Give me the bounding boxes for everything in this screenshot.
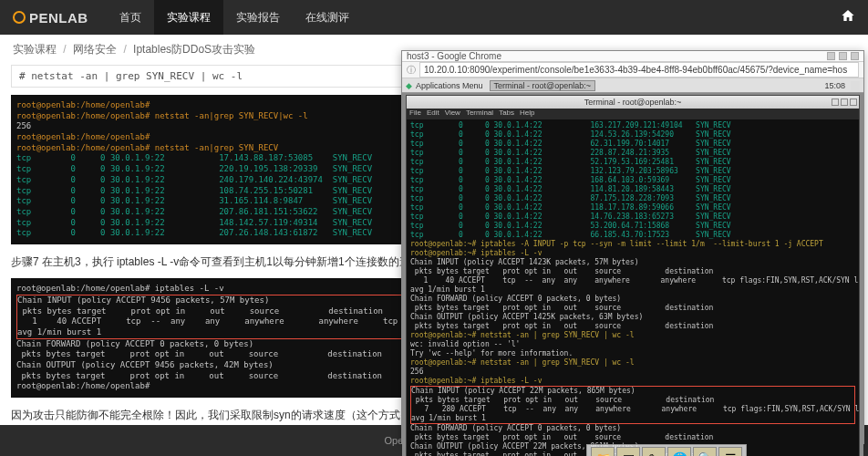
maximize-icon[interactable] [839,52,847,60]
breadcrumb-courses[interactable]: 实验课程 [13,43,57,56]
xfce-dock: 📁 ▣ ✎ 🌐 🔍 ☰ [586,444,747,456]
terminal-menubar: File Edit View Terminal Tabs Help [407,109,859,119]
chrome-window-title: host3 - Google Chrome [407,51,501,61]
editor-icon[interactable]: ✎ [642,447,666,456]
nav-item-reports[interactable]: 实验报告 [223,0,293,35]
logo[interactable]: PENLAB [13,10,88,26]
insecure-icon[interactable]: ⓘ [407,64,416,77]
applications-menu[interactable]: Applications Menu [412,81,487,90]
terminal-window[interactable]: Terminal - root@openlab:~ File Edit View… [406,95,860,456]
brand-text: PENLAB [29,10,88,26]
terminal-title-text: Terminal - root@openlab:~ [584,98,681,107]
breadcrumb-current: Iptables防DDoS攻击实验 [133,43,255,56]
terminal-window-controls [832,98,857,106]
nav-items: 首页 实验课程 实验报告 在线测评 [107,0,362,35]
nav-item-courses[interactable]: 实验课程 [154,0,223,35]
close-icon[interactable] [850,98,857,106]
menu-help[interactable]: Help [520,109,534,119]
chrome-titlebar[interactable]: host3 - Google Chrome [402,51,863,62]
close-icon[interactable] [851,52,859,60]
home-icon[interactable] [841,8,855,26]
terminal-icon[interactable]: ▣ [616,447,640,456]
menu-terminal[interactable]: Terminal [466,109,493,119]
navbar: PENLAB 首页 实验课程 实验报告 在线测评 [0,0,868,35]
window-controls [827,52,859,60]
menu-view[interactable]: View [445,109,460,119]
breadcrumb-category[interactable]: 网络安全 [73,43,117,56]
chrome-window[interactable]: host3 - Google Chrome ⓘ 10.20.0.10:8090/… [401,50,864,444]
address-bar[interactable]: 10.20.0.10:8090/experiment/console/be1e3… [419,62,859,78]
breadcrumb-sep: / [59,43,69,56]
terminal-titlebar[interactable]: Terminal - root@openlab:~ [407,96,859,109]
menu-file[interactable]: File [409,109,421,119]
chrome-toolbar: ⓘ 10.20.0.10:8090/experiment/console/be1… [402,62,863,78]
menu-edit[interactable]: Edit [427,109,439,119]
list-icon[interactable]: ☰ [718,447,742,456]
maximize-icon[interactable] [841,98,848,106]
terminal-output[interactable]: tcp 0 0 30.0.1.4:22 163.217.209.121:4910… [407,119,859,456]
panel-clock: 15:08 [821,81,849,90]
minimize-icon[interactable] [832,98,839,106]
menu-tabs[interactable]: Tabs [499,109,514,119]
nav-item-home[interactable]: 首页 [107,0,154,35]
xfce-desktop: ◆ Applications Menu Terminal - root@open… [402,78,863,456]
xfce-logo-icon[interactable]: ◆ [406,81,412,90]
minimize-icon[interactable] [827,52,835,60]
indicator-icon[interactable] [851,81,860,90]
nav-item-quiz[interactable]: 在线测评 [293,0,362,35]
breadcrumb-sep: / [119,43,129,56]
logo-ring-icon [13,11,26,24]
taskbar-terminal[interactable]: Terminal - root@openlab:~ [490,80,595,91]
browser-icon[interactable]: 🌐 [667,447,691,456]
folder-icon[interactable]: 📁 [591,447,615,456]
xfce-panel: ◆ Applications Menu Terminal - root@open… [402,78,863,93]
search-icon[interactable]: 🔍 [693,447,717,456]
